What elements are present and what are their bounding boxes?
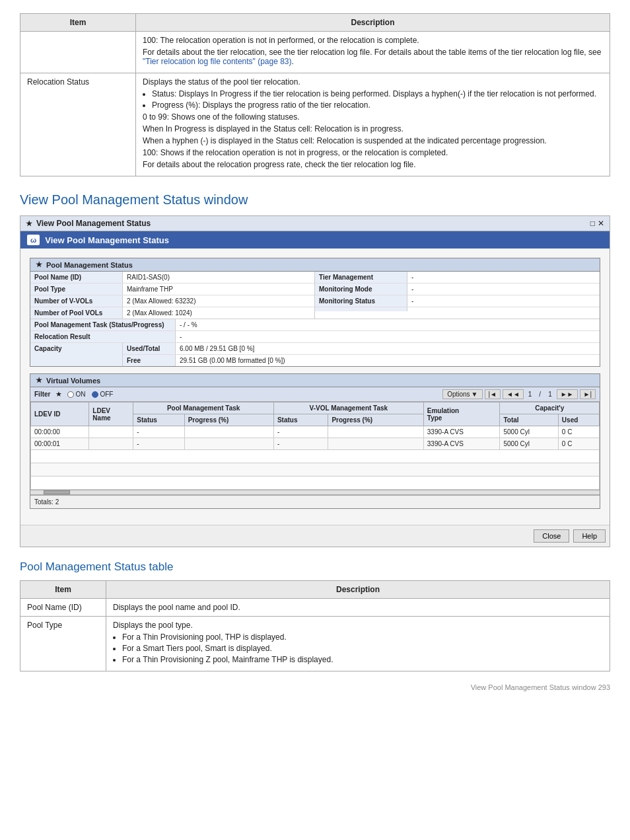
- table-row-empty: [31, 477, 600, 490]
- cell-pm-status: -: [133, 426, 184, 438]
- pool-value: 29.51 GB (0.00 MB formatted [0 %]): [176, 355, 600, 366]
- pool-row: Pool Name (ID) RAID1-SAS(0): [30, 272, 314, 284]
- pool-row: Free 29.51 GB (0.00 MB formatted [0 %]): [123, 355, 600, 366]
- table-row: 100: The relocation operation is not in …: [20, 32, 610, 73]
- close-icon[interactable]: ✕: [598, 219, 604, 228]
- vv-section-star: ★: [36, 376, 42, 385]
- table-row-empty: [31, 463, 600, 477]
- pool-row: Number of Pool VOLs 2 (Max Allowed: 1024…: [30, 307, 314, 319]
- cell-vv-status: -: [273, 438, 328, 450]
- pool-row: Used/Total 6.00 MB / 29.51 GB [0 %]: [123, 343, 600, 355]
- next-page-button[interactable]: ►►: [557, 389, 578, 399]
- row-item: Pool Type: [20, 617, 106, 671]
- row-item: Relocation Status: [20, 73, 136, 176]
- list-item: For a Thin Provisioning pool, THP is dis…: [122, 632, 603, 642]
- help-button[interactable]: Help: [573, 529, 606, 543]
- row-item: Pool Name (ID): [20, 599, 106, 617]
- table-row: Pool Name (ID) Displays the pool name an…: [20, 599, 610, 617]
- filter-on-radio[interactable]: ON: [67, 391, 85, 398]
- pool-label: Relocation Result: [30, 331, 176, 342]
- section1-heading: View Pool Management Status window: [20, 192, 610, 208]
- scrollbar-thumb[interactable]: [44, 490, 70, 494]
- desc-line: 100: Shows if the relocation operation i…: [143, 148, 603, 157]
- top-table-col2-header: Description: [136, 14, 610, 32]
- bottom-table-col2-header: Description: [106, 581, 610, 599]
- window-header-title: View Pool Management Status: [45, 235, 169, 245]
- pool-management-section: ★ Pool Management Status Pool Name (ID) …: [30, 258, 600, 367]
- list-item: For a Smart Tiers pool, Smart is display…: [122, 644, 603, 653]
- pool-row: Number of V-VOLs 2 (Max Allowed: 63232): [30, 295, 314, 307]
- total-row: Totals: 2: [30, 495, 600, 508]
- desc-line: When a hyphen (‐) is displayed in the St…: [143, 136, 603, 145]
- pool-status-left-col: Pool Name (ID) RAID1-SAS(0) Pool Type Ma…: [30, 272, 315, 319]
- list-item: Status: Displays In Progress if the tier…: [152, 89, 603, 98]
- page-footer: View Pool Management Status window 293: [20, 683, 610, 691]
- window-mockup: ★ View Pool Management Status □ ✕ ω View…: [20, 215, 610, 547]
- cell-cap-used: 0 C: [558, 438, 599, 450]
- window-header-icon: ω: [27, 235, 40, 245]
- vv-table: LDEV ID LDEVName Pool Management Task V-…: [30, 402, 600, 490]
- filter-label: Filter: [34, 391, 50, 398]
- filter-radio-group: ON OFF: [67, 391, 113, 398]
- pool-row: Monitoring Mode -: [315, 284, 600, 295]
- window-title-icon: ★: [26, 219, 32, 228]
- th-vv-status: Status: [273, 414, 328, 426]
- pool-label: Used/Total: [123, 343, 176, 354]
- page-sep: /: [536, 391, 543, 398]
- cell-pm-progress: [184, 438, 273, 450]
- cell-cap-total: 5000 Cyl: [500, 438, 558, 450]
- scrollbar-area[interactable]: [30, 490, 600, 495]
- cell-vv-status: -: [273, 426, 328, 438]
- th-pm-progress: Progress (%): [184, 414, 273, 426]
- tier-log-link[interactable]: "Tier relocation log file contents" (pag…: [143, 57, 292, 66]
- last-page-button[interactable]: ►|: [580, 389, 596, 399]
- th-vv-progress: Progress (%): [328, 414, 423, 426]
- cell-pm-status: -: [133, 438, 184, 450]
- minimize-icon[interactable]: □: [590, 219, 595, 228]
- top-table: Item Description 100: The relocation ope…: [20, 13, 610, 176]
- pool-label: Monitoring Mode: [315, 284, 407, 295]
- close-button[interactable]: Close: [534, 529, 569, 543]
- pagination-bar: Options ▼ |◄ ◄◄ 1 / 1 ►► ►|: [442, 389, 596, 399]
- th-capacity: Capacit'y: [500, 402, 600, 414]
- top-table-col1-header: Item: [20, 14, 136, 32]
- bullet-list: For a Thin Provisioning pool, THP is dis…: [122, 632, 603, 664]
- row-desc: Displays the status of the pool tier rel…: [136, 73, 610, 176]
- pool-label: Pool Name (ID): [30, 272, 123, 283]
- window-titlebar-text: View Pool Management Status: [36, 219, 151, 228]
- section2-heading: Pool Management Status table: [20, 560, 610, 574]
- pool-row: Tier Management -: [315, 272, 600, 284]
- pool-value: 6.00 MB / 29.51 GB [0 %]: [176, 343, 600, 354]
- th-vvol-mgmt-task: V-VOL Management Task: [273, 402, 423, 414]
- list-item: Progress (%): Displays the progress rati…: [152, 100, 603, 110]
- desc-line: For details about the relocation progres…: [143, 160, 603, 169]
- pool-value: 2 (Max Allowed: 1024): [123, 307, 314, 319]
- pool-label: Pool Type: [30, 284, 123, 295]
- pool-value: - / - %: [176, 319, 600, 330]
- first-page-button[interactable]: |◄: [485, 389, 501, 399]
- window-controls[interactable]: □ ✕: [590, 219, 604, 228]
- filter-off-label: OFF: [100, 391, 113, 398]
- pool-full-rows: Pool Management Task (Status/Progress) -…: [30, 319, 600, 366]
- row-item: [20, 32, 136, 73]
- table-row: 00:00:01 - - 3390-A CVS 5000 Cyl 0 C: [31, 438, 600, 450]
- pool-section-title: Pool Management Status: [46, 261, 133, 269]
- cell-vv-progress: [328, 438, 423, 450]
- vv-toolbar: Filter ★ ON OFF Options ▼: [30, 387, 600, 402]
- prev-page-button[interactable]: ◄◄: [503, 389, 524, 399]
- cell-pm-progress: [184, 426, 273, 438]
- bottom-table-col1-header: Item: [20, 581, 106, 599]
- pool-value: Mainframe THP: [123, 284, 314, 295]
- row-desc: Displays the pool type. For a Thin Provi…: [106, 617, 610, 671]
- pool-value: -: [176, 331, 600, 342]
- cell-ldev-name: [89, 426, 133, 438]
- filter-off-radio[interactable]: OFF: [92, 391, 113, 398]
- cell-emulation: 3390-A CVS: [423, 426, 500, 438]
- cell-cap-used: 0 C: [558, 426, 599, 438]
- desc-line: For details about the tier relocation, s…: [143, 48, 603, 66]
- vv-section-title: Virtual Volumes: [46, 377, 100, 385]
- bottom-table: Item Description Pool Name (ID) Displays…: [20, 580, 610, 671]
- virtual-volumes-section: ★ Virtual Volumes Filter ★ ON OFF: [30, 373, 600, 509]
- pool-row: [315, 307, 600, 311]
- options-button[interactable]: Options ▼: [442, 389, 482, 399]
